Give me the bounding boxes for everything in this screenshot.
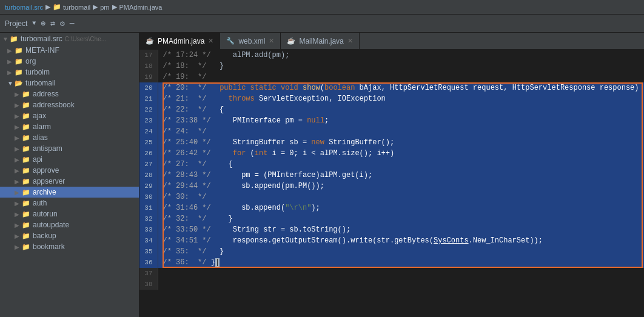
tab-mailmain[interactable]: ☕ MailMain.java ✕ [281, 33, 359, 49]
sidebar-item-auth[interactable]: ▶ 📁 auth [0, 198, 139, 209]
line-code: /* 21: */ throws ServletException, IOExc… [158, 93, 644, 104]
toolbar-add-icon[interactable]: ⊕ [41, 19, 45, 28]
backup-arrow: ▶ [15, 233, 22, 239]
autorun-arrow: ▶ [15, 211, 22, 218]
table-row: 23 /* 23:38 */ PMInterface pm = null; [139, 115, 644, 126]
line-code: /* 31:46 */ sb.append("\r\n"); [158, 202, 644, 213]
table-row: 18 /* 18: */ } [139, 61, 644, 72]
sidebar-item-org[interactable]: ▶ 📁 org [0, 56, 139, 67]
table-row: 34 /* 34:51 */ response.getOutputStream(… [139, 235, 644, 246]
tab-webxml[interactable]: 🔧 web.xml ✕ [220, 33, 281, 49]
toolbar-dropdown-icon[interactable]: ▼ [32, 20, 36, 27]
sidebar-item-address[interactable]: ▶ 📁 address [0, 88, 139, 99]
line-code: /* 19: */ [158, 72, 644, 82]
line-number: 23 [139, 115, 158, 126]
table-row: 35 /* 35: */ } [139, 246, 644, 257]
sidebar-item-appserver[interactable]: ▶ 📁 appserver [0, 176, 139, 187]
sidebar-item-ajax[interactable]: ▶ 📁 ajax [0, 110, 139, 121]
editor-tabs: ☕ PMAdmin.java ✕ 🔧 web.xml ✕ ☕ MailMain.… [139, 33, 644, 50]
sidebar-item-alarm[interactable]: ▶ 📁 alarm [0, 121, 139, 132]
breadcrumb-file: PMAdmin.java [119, 4, 163, 11]
line-code: /* 27: */ { [158, 159, 644, 170]
table-row: 20 /* 20: */ public static void show(boo… [139, 82, 644, 93]
root-arrow: ▼ [2, 36, 10, 42]
sidebar-item-addressbook[interactable]: ▶ 📁 addressbook [0, 99, 139, 110]
tab-mailmain-icon: ☕ [287, 37, 295, 45]
file-tree-sidebar: ▼ 📁 turbomail.src C:\Users\Che... ▶ 📁 ME… [0, 33, 139, 317]
line-number: 37 [139, 268, 158, 279]
tab-pmadmin[interactable]: ☕ PMAdmin.java ✕ [139, 33, 220, 49]
line-code: /* 30: */ [158, 192, 644, 202]
table-row: 21 /* 21: */ throws ServletException, IO… [139, 93, 644, 104]
sidebar-item-turboim[interactable]: ▶ 📁 turboim [0, 67, 139, 78]
toolbar-settings-icon[interactable]: ⚙ [60, 19, 65, 28]
alarm-icon: 📁 [22, 123, 30, 131]
api-arrow: ▶ [15, 156, 22, 163]
line-code: /* 32: */ } [158, 213, 644, 224]
org-arrow: ▶ [7, 58, 15, 65]
tab-webxml-icon: 🔧 [226, 37, 235, 45]
line-code: /* 35: */ } [158, 246, 644, 257]
sidebar-item-alias[interactable]: ▶ 📁 alias [0, 132, 139, 143]
breadcrumb-sep-2: ▶ [93, 3, 98, 11]
toolbar-sync-icon[interactable]: ⇄ [50, 19, 55, 28]
tab-webxml-close[interactable]: ✕ [269, 37, 274, 45]
autoupdate-arrow: ▶ [15, 222, 22, 229]
line-code: /* 20: */ public static void show(boolea… [158, 82, 644, 93]
autorun-icon: 📁 [22, 210, 30, 218]
breadcrumb-src[interactable]: turbomail.src [5, 4, 43, 11]
table-row: 25 /* 25:40 */ StringBuffer sb = new Str… [139, 137, 644, 148]
line-code: /* 29:44 */ sb.append(pm.PM()); [158, 181, 644, 192]
table-row: 37 [139, 268, 644, 279]
sidebar-label-alarm: alarm [33, 122, 51, 131]
toolbar-minimize-icon[interactable]: — [70, 19, 75, 28]
sidebar-item-autoupdate[interactable]: ▶ 📁 autoupdate [0, 219, 139, 230]
turbomail-arrow: ▼ [7, 80, 15, 87]
line-code: /* 26:42 */ for (int i = 0; i < alPM.siz… [158, 148, 644, 159]
addressbook-icon: 📁 [22, 101, 30, 109]
sidebar-item-api[interactable]: ▶ 📁 api [0, 154, 139, 165]
tab-pmadmin-icon: ☕ [146, 37, 154, 45]
sidebar-label-turbomail: turbomail [25, 79, 55, 87]
line-code: /* 34:51 */ response.getOutputStream().w… [158, 235, 644, 246]
sidebar-item-approve[interactable]: ▶ 📁 approve [0, 165, 139, 176]
table-row: 38 [139, 279, 644, 290]
sidebar-label-approve: approve [33, 166, 59, 175]
turboim-icon: 📁 [15, 68, 23, 76]
line-number: 29 [139, 181, 158, 192]
appserver-icon: 📁 [22, 178, 30, 185]
line-number: 38 [139, 279, 158, 290]
sidebar-item-autorun[interactable]: ▶ 📁 autorun [0, 209, 139, 219]
sidebar-item-bookmark[interactable]: ▶ 📁 bookmark [0, 241, 139, 252]
line-code: /* 33:50 */ String str = sb.toString(); [158, 224, 644, 235]
sidebar-item-antispam[interactable]: ▶ 📁 antispam [0, 143, 139, 154]
alarm-arrow: ▶ [15, 124, 22, 130]
table-row: 31 /* 31:46 */ sb.append("\r\n"); [139, 202, 644, 213]
line-code: /* 17:24 */ alPM.add(pm); [158, 50, 644, 61]
sidebar-label-ajax: ajax [33, 112, 46, 120]
sidebar-root[interactable]: ▼ 📁 turbomail.src C:\Users\Che... [0, 33, 139, 45]
line-number: 32 [139, 213, 158, 224]
bookmark-arrow: ▶ [15, 244, 22, 250]
bookmark-icon: 📁 [22, 243, 30, 251]
line-code: /* 36: */ }| [158, 257, 644, 268]
sidebar-label-appserver: appserver [33, 177, 65, 185]
line-number: 27 [139, 159, 158, 170]
turboim-arrow: ▶ [7, 69, 15, 76]
ajax-arrow: ▶ [15, 113, 22, 119]
tab-pmadmin-close[interactable]: ✕ [208, 37, 213, 45]
folder-icon-breadcrumb: 📁 [53, 3, 61, 11]
turbomail-icon: 📂 [15, 79, 23, 87]
sidebar-label-alias: alias [33, 133, 48, 142]
sidebar-item-backup[interactable]: ▶ 📁 backup [0, 230, 139, 241]
code-editor[interactable]: 17 /* 17:24 */ alPM.add(pm); 18 /* 18: *… [139, 50, 644, 317]
sidebar-item-archive[interactable]: ▶ 📁 archive [0, 187, 139, 198]
line-number: 21 [139, 93, 158, 104]
line-number: 31 [139, 202, 158, 213]
sidebar-item-turbomail[interactable]: ▼ 📂 turbomail [0, 78, 139, 88]
sidebar-label-autoupdate: autoupdate [33, 221, 69, 229]
sidebar-item-meta-inf[interactable]: ▶ 📁 META-INF [0, 45, 139, 56]
tab-mailmain-close[interactable]: ✕ [347, 37, 353, 45]
line-number: 18 [139, 61, 158, 72]
approve-icon: 📁 [22, 167, 30, 175]
